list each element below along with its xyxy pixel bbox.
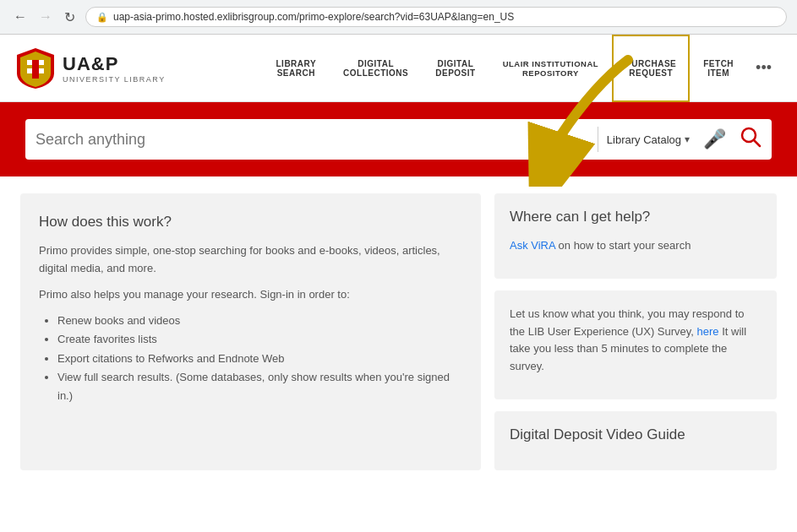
browser-chrome: ← → ↻ 🔒 uap-asia-primo.hosted.exlibrisgr…	[0, 0, 797, 35]
lock-icon: 🔒	[96, 12, 108, 23]
site-header: UA&P University Library LIBRARY SEARCH D…	[0, 35, 797, 102]
microphone-icon[interactable]: 🎤	[703, 128, 726, 150]
search-button[interactable]	[740, 126, 762, 153]
nav-label-line1: PURCHASE	[625, 59, 676, 68]
nav-items: LIBRARY SEARCH DIGITAL COLLECTIONS DIGIT…	[166, 35, 780, 101]
bullet-list: Renew books and videos Create favorites …	[39, 312, 462, 404]
right-panel: Where can I get help? Ask ViRA on how to…	[494, 193, 777, 470]
url-bar[interactable]: 🔒 uap-asia-primo.hosted.exlibrisgroup.co…	[85, 7, 787, 27]
logo-main-text: UA&P	[63, 53, 166, 75]
nav-label-line2: DEPOSIT	[435, 68, 475, 78]
search-input[interactable]	[35, 131, 589, 149]
left-panel: How does this work? Primo provides simpl…	[20, 193, 481, 470]
url-text: uap-asia-primo.hosted.exlibrisgroup.com/…	[113, 11, 514, 23]
reload-button[interactable]: ↻	[61, 8, 79, 27]
catalog-label: Library Catalog	[607, 133, 681, 146]
nav-label-line1: DIGITAL	[358, 59, 394, 68]
survey-card-text: Let us know what you think, you may resp…	[510, 306, 762, 376]
search-icon	[740, 126, 762, 148]
nav-item-digital-collections[interactable]: DIGITAL COLLECTIONS	[330, 35, 422, 102]
left-panel-para2: Primo also helps you manage your researc…	[39, 286, 462, 304]
help-card-text: Ask ViRA on how to start your search	[510, 237, 762, 255]
list-item: Export citations to Refworks and Endnote…	[57, 350, 462, 368]
help-card: Where can I get help? Ask ViRA on how to…	[494, 193, 777, 279]
nav-label-line2: COLLECTIONS	[343, 68, 408, 78]
nav-label-line1: DIGITAL	[438, 59, 474, 68]
video-guide-card: Digital Deposit Video Guide	[494, 411, 777, 470]
nav-label-line2: SEARCH	[277, 68, 315, 78]
forward-button[interactable]: →	[35, 8, 56, 26]
nav-label-line1: LIBRARY	[276, 59, 317, 68]
back-button[interactable]: ←	[10, 8, 30, 26]
more-icon: •••	[756, 59, 772, 77]
logo-text-area: UA&P University Library	[63, 53, 166, 84]
list-item: Create favorites lists	[57, 330, 462, 349]
nav-label-line1: ULAIR INSTITUTIONAL	[503, 59, 598, 68]
search-section: Library Catalog ▾ 🎤	[0, 102, 797, 176]
ask-vira-link[interactable]: Ask ViRA	[510, 239, 555, 252]
nav-label-line2: REPOSITORY	[522, 68, 579, 78]
nav-label-line2: REQUEST	[629, 68, 673, 78]
nav-item-ulair[interactable]: ULAIR INSTITUTIONAL REPOSITORY	[489, 35, 612, 102]
list-item: View full search results. (Some database…	[57, 368, 462, 405]
dropdown-arrow-icon: ▾	[685, 133, 690, 145]
nav-item-fetch-item[interactable]: FETCH ITEM	[690, 35, 747, 102]
main-content: How does this work? Primo provides simpl…	[0, 176, 797, 487]
more-menu-button[interactable]: •••	[747, 35, 780, 102]
nav-item-purchase-request[interactable]: PURCHASE REQUEST	[612, 35, 690, 102]
svg-line-2	[754, 140, 760, 146]
nav-label-line2: ITEM	[707, 68, 729, 78]
nav-label-line1: FETCH	[703, 59, 734, 68]
nav-item-digital-deposit[interactable]: DIGITAL DEPOSIT	[422, 35, 489, 102]
left-panel-title: How does this work?	[39, 214, 462, 231]
browser-nav-buttons: ← → ↻	[10, 8, 79, 27]
library-catalog-selector[interactable]: Library Catalog ▾	[607, 133, 690, 146]
survey-card: Let us know what you think, you may resp…	[494, 290, 777, 399]
list-item: Renew books and videos	[57, 312, 462, 330]
left-panel-para1: Primo provides simple, one-stop searchin…	[39, 242, 462, 278]
logo-area: UA&P University Library	[17, 48, 166, 89]
nav-item-library-search[interactable]: LIBRARY SEARCH	[263, 35, 330, 102]
search-bar-container: Library Catalog ▾ 🎤	[25, 119, 772, 160]
logo-shield	[17, 48, 54, 89]
ask-vira-suffix: on how to start your search	[555, 239, 691, 252]
search-divider	[598, 127, 598, 152]
help-card-title: Where can I get help?	[510, 209, 762, 225]
video-guide-title: Digital Deposit Video Guide	[510, 426, 762, 443]
survey-link[interactable]: here	[697, 325, 719, 338]
logo-sub-text: University Library	[63, 75, 166, 84]
